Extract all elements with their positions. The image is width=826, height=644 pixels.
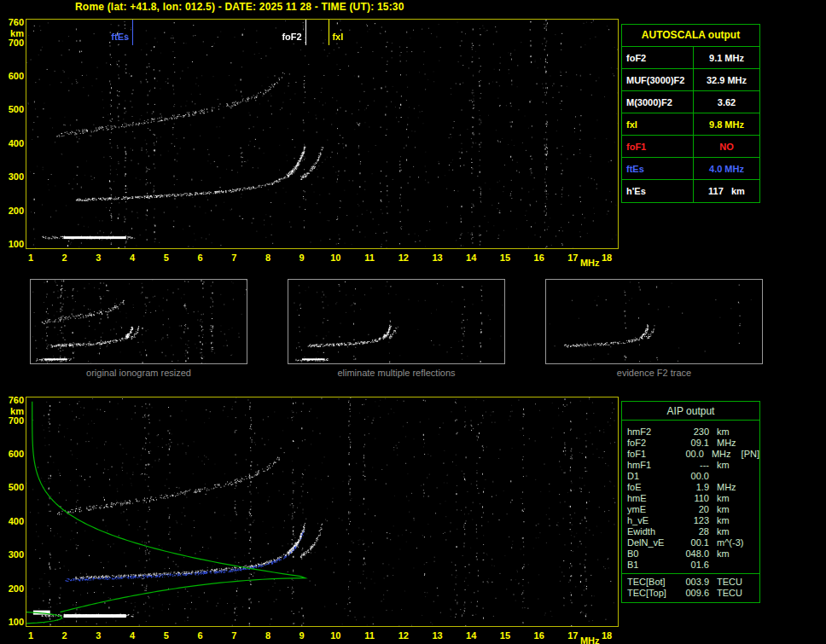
bottom-plot-xtick-16: 16 [534, 630, 544, 641]
aip-row-ymE: ymE20km [622, 504, 759, 515]
top-plot-xtick-16: 16 [534, 252, 544, 263]
aip-row-unit: MHz [709, 482, 748, 493]
top-plot-xtick-2: 2 [62, 252, 67, 263]
bottom-plot-xtick-17: 17 [567, 630, 578, 641]
aip-row-value: 048.0 [675, 548, 709, 560]
top-plot-xtick-15: 15 [500, 252, 510, 263]
top-plot-xtick-10: 10 [330, 252, 340, 263]
marker-line-fxI [329, 20, 329, 45]
aip-row-unit: km [709, 493, 748, 504]
aip-row-unit: m^(-3) [709, 537, 748, 548]
bottom-plot-ytick-500: 500 [2, 482, 24, 492]
aip-tec-row-TEC[Top]: TEC[Top]009.6TECU [622, 588, 759, 599]
top-plot-x-unit: MHz [580, 258, 600, 268]
aip-row-value: 00.0 [672, 449, 703, 460]
autoscala-row-label: fxI [622, 113, 694, 135]
aip-row-value: 230 [675, 426, 709, 438]
autoscala-window: Rome (lat: +41.8, lon: 012.5) - DATE: 20… [0, 0, 826, 644]
top-plot-xtick-14: 14 [466, 252, 476, 263]
top-plot-xtick-13: 13 [432, 252, 442, 263]
aip-row-note [748, 537, 759, 548]
aip-rows: hmF2230kmfoF209.1MHzfoF100.0MHz[PN]hmF1-… [622, 421, 759, 573]
autoscala-row-MUF(3000)F2: MUF(3000)F232.9 MHz [622, 69, 759, 91]
top-plot-xtick-9: 9 [300, 252, 305, 263]
top-plot-ytick-760: 760 [2, 17, 24, 27]
marker-label-fxI: fxI [332, 32, 343, 42]
ionogram-bottom-canvas [26, 397, 618, 626]
aip-tec-unit: TECU [709, 588, 748, 599]
autoscala-row-ftEs: ftEs4.0 MHz [622, 158, 759, 180]
aip-tec-label: TEC[Bot] [627, 577, 675, 588]
aip-row-note [748, 438, 759, 449]
aip-tec-value: 009.6 [675, 588, 709, 599]
top-plot-xtick-7: 7 [231, 252, 236, 263]
aip-row-label: B0 [627, 548, 675, 560]
autoscala-row-label: ftEs [622, 158, 694, 179]
bottom-plot-ytick-200: 200 [2, 583, 24, 594]
autoscala-row-value: 9.8 MHz [694, 113, 759, 135]
bottom-plot-x-unit: MHz [580, 635, 600, 644]
aip-row-note [748, 493, 759, 504]
bottom-plot-xtick-7: 7 [231, 630, 236, 641]
autoscala-row-fxI: fxI9.8 MHz [622, 113, 759, 136]
aip-row-note [748, 471, 759, 482]
autoscala-table-title: AUTOSCALA output [622, 25, 759, 47]
aip-row-D1: D100.0 [622, 471, 759, 482]
aip-row-label: hmF2 [627, 426, 675, 438]
aip-row-label: foF2 [627, 438, 675, 449]
aip-row-unit: km [709, 515, 748, 526]
thumbnail-caption-f2-trace: evidence F2 trace [545, 368, 763, 378]
top-plot-xtick-3: 3 [96, 252, 101, 263]
station-title: Rome (lat: +41.8, lon: 012.5) - DATE: 20… [75, 1, 404, 13]
aip-row-value: 20 [675, 504, 709, 515]
thumbnail-caption-original: original ionogram resized [30, 368, 247, 378]
autoscala-rows: foF29.1 MHzMUF(3000)F232.9 MHzM(3000)F23… [622, 47, 759, 202]
autoscala-row-label: foF2 [622, 47, 694, 68]
aip-row-hmE: hmE110km [622, 493, 759, 504]
autoscala-row-h'Es: h'Es117 km [622, 180, 759, 202]
aip-row-unit: MHz [704, 449, 742, 460]
aip-tec-row-TEC[Bot]: TEC[Bot]003.9TECU [622, 577, 759, 588]
bottom-plot-xtick-5: 5 [164, 630, 169, 641]
thumbnail-no-multiple-reflections [288, 279, 505, 364]
autoscala-row-foF1: foF1NO [622, 136, 759, 158]
autoscala-row-foF2: foF29.1 MHz [622, 47, 759, 69]
aip-row-Ewidth: Ewidth28km [622, 526, 759, 537]
aip-row-label: DelN_vE [627, 537, 675, 548]
bottom-plot-xtick-18: 18 [602, 630, 612, 641]
aip-row-unit: km [709, 548, 748, 560]
aip-row-value: 123 [675, 515, 709, 526]
bottom-plot-xtick-6: 6 [197, 630, 202, 641]
aip-row-unit: MHz [709, 438, 748, 449]
aip-row-h_vE: h_vE123km [622, 515, 759, 526]
aip-row-unit: km [709, 460, 748, 471]
aip-row-foF1: foF100.0MHz[PN] [622, 449, 759, 460]
bottom-plot-xtick-15: 15 [500, 630, 510, 641]
ionogram-top-canvas [26, 20, 618, 248]
autoscala-row-label: MUF(3000)F2 [622, 69, 694, 90]
bottom-plot-ytick-300: 300 [2, 549, 24, 560]
bottom-plot-ytick-600: 600 [2, 449, 24, 459]
aip-row-label: hmE [627, 493, 675, 504]
aip-row-note [748, 426, 759, 438]
autoscala-output-table: AUTOSCALA output foF29.1 MHzMUF(3000)F23… [621, 24, 760, 203]
aip-tec-label: TEC[Top] [627, 588, 675, 599]
aip-row-note [748, 482, 759, 493]
bottom-plot-y-unit: km [2, 406, 24, 416]
aip-row-label: Ewidth [627, 526, 675, 537]
thumbnail-caption-no-multiples: eliminate multiple reflections [288, 368, 505, 378]
aip-row-value: 1.9 [675, 482, 709, 493]
top-plot-ytick-700: 700 [2, 38, 24, 48]
aip-row-unit [709, 471, 748, 482]
aip-row-B1: B101.6 [622, 560, 759, 571]
top-plot-xtick-8: 8 [265, 252, 270, 263]
thumbnail-no-multiples-canvas [288, 280, 504, 363]
aip-row-foE: foE1.9MHz [622, 482, 759, 493]
aip-row-unit: km [709, 526, 748, 537]
aip-row-note: [PN] [742, 449, 759, 460]
aip-row-foF2: foF209.1MHz [622, 438, 759, 449]
top-plot-xtick-17: 17 [567, 252, 578, 263]
marker-line-ftEs [132, 20, 133, 45]
autoscala-row-value: 9.1 MHz [694, 47, 759, 68]
aip-row-value: --- [675, 460, 709, 471]
